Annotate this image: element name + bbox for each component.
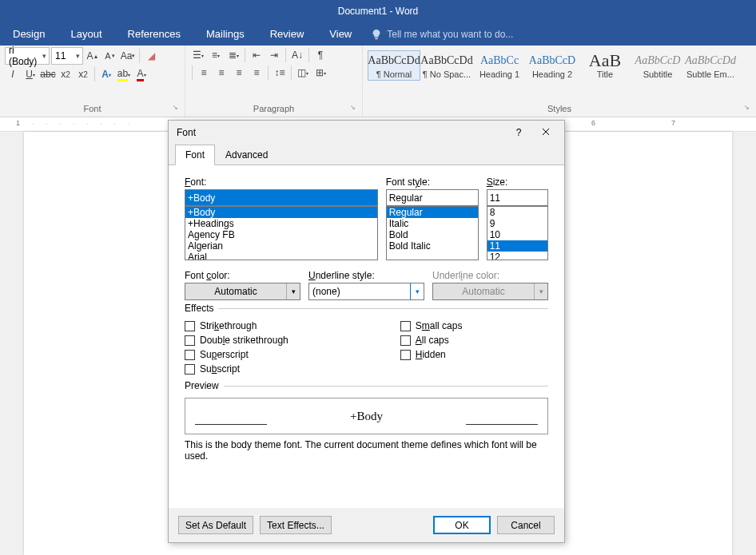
tab-references[interactable]: References [115, 22, 193, 46]
cancel-button[interactable]: Cancel [497, 516, 555, 534]
style-item-6[interactable]: AaBbCcDdSubtle Em... [684, 50, 737, 81]
decrease-indent-icon[interactable]: ⇤ [249, 47, 265, 63]
checkbox-box [185, 364, 195, 375]
grow-font-icon[interactable]: A▲ [85, 48, 101, 64]
preview-text: +Body [350, 410, 383, 423]
list-item[interactable]: Arial [185, 252, 377, 260]
checkbox-box [185, 335, 195, 346]
list-item[interactable]: +Headings [185, 218, 377, 229]
list-item[interactable]: 10 [487, 229, 547, 240]
font-name-listbox[interactable]: +Body+HeadingsAgency FBAlgerianArial [185, 206, 378, 260]
list-item[interactable]: Algerian [185, 240, 377, 252]
underline-color-label: Underline color: [432, 270, 548, 281]
list-item[interactable]: 12 [487, 252, 547, 260]
style-item-5[interactable]: AaBbCcDSubtitle [631, 50, 684, 81]
checkbox-box [185, 321, 195, 331]
font-label: Font: [185, 176, 378, 188]
dialog-tabs: Font Advanced [169, 145, 564, 165]
tab-mailings[interactable]: Mailings [193, 22, 257, 46]
checkbox-left-0[interactable]: Strikethrough [185, 320, 288, 331]
style-item-4[interactable]: AaBTitle [579, 50, 631, 81]
font-group-label[interactable]: Font [5, 102, 180, 117]
font-color-icon[interactable]: A▾ [133, 66, 149, 82]
align-right-icon[interactable]: ≡ [231, 65, 247, 81]
dialog-tab-font[interactable]: Font [175, 145, 215, 165]
list-item[interactable]: 11 [487, 240, 547, 252]
shading-icon[interactable]: ◫▾ [295, 65, 311, 81]
checkbox-box [400, 350, 411, 360]
list-item[interactable]: Italic [387, 218, 478, 229]
bullet-list-icon[interactable]: ☰▾ [190, 47, 206, 63]
borders-icon[interactable]: ⊞▾ [312, 65, 328, 81]
numbered-list-icon[interactable]: ≡▾ [208, 47, 224, 63]
underline-icon[interactable]: U▾ [22, 66, 38, 82]
style-preview: AaBbCcD [633, 52, 682, 69]
styles-group-label[interactable]: Styles [368, 102, 751, 117]
underline-style-combo[interactable]: (none)▾ [308, 283, 424, 300]
checkbox-right-1[interactable]: All caps [400, 335, 463, 346]
font-size-combo[interactable]: 11 [51, 47, 83, 65]
checkbox-right-0[interactable]: Small caps [400, 320, 463, 331]
style-name: Title [580, 69, 630, 79]
list-item[interactable]: Regular [387, 207, 478, 218]
highlight-icon[interactable]: ab▾ [116, 66, 132, 82]
set-as-default-button[interactable]: Set As Default [178, 516, 253, 534]
list-item[interactable]: Bold [387, 229, 478, 240]
style-item-3[interactable]: AaBbCcDHeading 2 [526, 50, 579, 81]
font-size-listbox[interactable]: 89101112 [487, 206, 548, 260]
tab-layout[interactable]: Layout [58, 22, 114, 46]
font-style-input[interactable] [386, 189, 479, 206]
font-color-combo[interactable]: Automatic▾ [185, 283, 300, 300]
justify-icon[interactable]: ≡ [249, 65, 265, 81]
strikethrough-icon[interactable]: abc [40, 66, 56, 82]
font-style-listbox[interactable]: RegularItalicBoldBold Italic [386, 206, 479, 260]
increase-indent-icon[interactable]: ⇥ [266, 47, 282, 63]
list-item[interactable]: 9 [487, 218, 547, 229]
italic-icon[interactable]: I [5, 66, 21, 82]
tab-design[interactable]: Design [0, 22, 58, 46]
sort-icon[interactable]: A↓ [289, 47, 305, 63]
dialog-body: Font: +Body+HeadingsAgency FBAlgerianAri… [169, 165, 564, 508]
underline-style-label: Underline style: [308, 270, 424, 281]
list-item[interactable]: Agency FB [185, 229, 377, 240]
shrink-font-icon[interactable]: A▼ [102, 48, 118, 64]
change-case-icon[interactable]: Aa▾ [120, 48, 136, 64]
list-item[interactable]: 8 [487, 207, 547, 218]
multilevel-list-icon[interactable]: ≣▾ [225, 47, 241, 63]
font-name-input[interactable] [185, 189, 378, 206]
font-size-input[interactable] [487, 189, 548, 206]
paragraph-group-label[interactable]: Paragraph [190, 102, 357, 117]
list-item[interactable]: Bold Italic [387, 240, 478, 252]
style-item-1[interactable]: AaBbCcDd¶ No Spac... [420, 50, 473, 81]
checkbox-left-2[interactable]: Superscript [185, 349, 288, 360]
text-effects-button[interactable]: Text Effects... [260, 516, 332, 534]
close-button[interactable] [532, 121, 559, 145]
tell-me-search[interactable]: Tell me what you want to do... [371, 29, 513, 40]
font-name-combo[interactable]: ri (Body) [5, 47, 50, 65]
tab-view[interactable]: View [316, 22, 364, 46]
list-item[interactable]: +Body [185, 207, 377, 218]
align-left-icon[interactable]: ≡ [196, 65, 212, 81]
styles-group: AaBbCcDd¶ NormalAaBbCcDd¶ No Spac...AaBb… [363, 46, 756, 117]
checkbox-right-2[interactable]: Hidden [400, 349, 463, 360]
style-preview: AaBbCcDd [369, 52, 419, 69]
checkbox-box [400, 321, 411, 331]
ok-button[interactable]: OK [433, 516, 491, 534]
tab-review[interactable]: Review [257, 22, 317, 46]
text-effects-icon[interactable]: A▾ [98, 66, 114, 82]
preview-fieldset: Preview +Body This is the body theme fon… [185, 386, 548, 462]
dialog-tab-advanced[interactable]: Advanced [215, 145, 278, 165]
checkbox-left-3[interactable]: Subscript [185, 363, 288, 375]
superscript-icon[interactable]: x2 [75, 66, 91, 82]
style-item-0[interactable]: AaBbCcDd¶ Normal [368, 50, 420, 81]
style-item-2[interactable]: AaBbCcHeading 1 [473, 50, 526, 81]
align-center-icon[interactable]: ≡ [213, 65, 229, 81]
help-button[interactable]: ? [505, 121, 532, 145]
line-spacing-icon[interactable]: ↕≡ [272, 65, 288, 81]
font-color-label: Font color: [185, 270, 300, 281]
show-marks-icon[interactable]: ¶ [312, 47, 328, 63]
clear-formatting-icon[interactable]: ◢ [143, 48, 159, 64]
subscript-icon[interactable]: x2 [58, 66, 74, 82]
checkbox-left-1[interactable]: Double strikethrough [185, 335, 288, 346]
dialog-title-bar[interactable]: Font ? [169, 121, 564, 145]
